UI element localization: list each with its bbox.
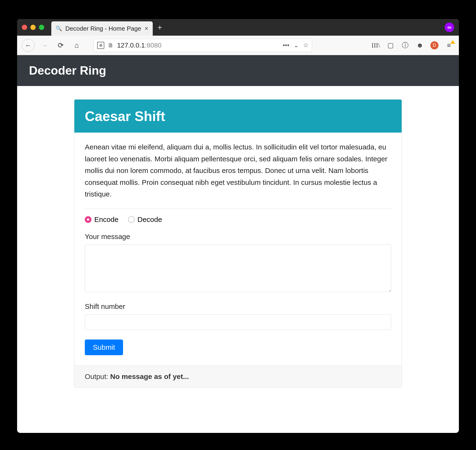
toolbar: ← → ⟳ ⌂ ⊘ 🗎 127.0.0.1:8080 ••• ⌄ ☆ III\ … bbox=[17, 36, 459, 55]
card-header: Caesar Shift bbox=[74, 100, 402, 133]
message-input[interactable] bbox=[85, 244, 391, 292]
back-button[interactable]: ← bbox=[22, 39, 35, 52]
page-info-icon[interactable]: 🗎 bbox=[107, 42, 114, 49]
encode-radio[interactable]: Encode bbox=[85, 215, 118, 224]
duckduckgo-icon[interactable]: D bbox=[430, 41, 438, 49]
encode-label: Encode bbox=[94, 215, 118, 224]
forward-button[interactable]: → bbox=[38, 39, 51, 52]
close-tab-button[interactable]: × bbox=[144, 25, 148, 32]
main-container: Caesar Shift Aenean vitae mi eleifend, a… bbox=[69, 99, 407, 397]
radio-unchecked-icon bbox=[128, 216, 135, 223]
mask-extension-icon[interactable]: ∞ bbox=[445, 23, 454, 32]
library-icon[interactable]: III\ bbox=[371, 41, 380, 49]
window-controls bbox=[22, 25, 44, 30]
maximize-window-button[interactable] bbox=[39, 25, 44, 30]
browser-window: 🔍 Decoder Ring - Home Page × + ∞ ← → ⟳ ⌂… bbox=[17, 19, 459, 433]
brand-title: Decoder Ring bbox=[29, 64, 447, 77]
browser-tab[interactable]: 🔍 Decoder Ring - Home Page × bbox=[51, 21, 153, 36]
output-label: Output: bbox=[85, 373, 110, 380]
mode-radio-group: Encode Decode bbox=[85, 215, 391, 224]
page-viewport[interactable]: Decoder Ring Caesar Shift Aenean vitae m… bbox=[17, 55, 459, 433]
message-group: Your message bbox=[85, 233, 391, 293]
address-bar[interactable]: ⊘ 🗎 127.0.0.1:8080 ••• ⌄ ☆ bbox=[94, 39, 312, 52]
titlebar: 🔍 Decoder Ring - Home Page × + ∞ bbox=[17, 19, 459, 36]
bookmark-star-icon[interactable]: ☆ bbox=[303, 41, 309, 49]
toolbar-right: III\ ▢ ⓘ ☻ D ≡ bbox=[371, 41, 454, 50]
shift-input[interactable] bbox=[85, 314, 391, 330]
minimize-window-button[interactable] bbox=[30, 25, 36, 30]
tab-title: Decoder Ring - Home Page bbox=[65, 25, 141, 32]
app-navbar: Decoder Ring bbox=[17, 55, 459, 86]
card-footer: Output: No message as of yet... bbox=[74, 366, 402, 387]
account-icon[interactable]: ☻ bbox=[416, 41, 424, 49]
output-value: No message as of yet... bbox=[110, 373, 189, 380]
shield-icon[interactable]: ⊘ bbox=[97, 42, 104, 49]
reload-button[interactable]: ⟳ bbox=[54, 39, 67, 52]
card-body: Aenean vitae mi eleifend, aliquam dui a,… bbox=[74, 133, 402, 366]
radio-checked-icon bbox=[85, 216, 91, 223]
card-description: Aenean vitae mi eleifend, aliquam dui a,… bbox=[85, 141, 391, 200]
urlbar-actions: ••• ⌄ ☆ bbox=[283, 41, 309, 49]
magnifier-icon: 🔍 bbox=[56, 25, 62, 32]
home-button[interactable]: ⌂ bbox=[70, 39, 83, 52]
reader-icon[interactable]: ▢ bbox=[386, 41, 395, 49]
decode-radio[interactable]: Decode bbox=[128, 215, 162, 224]
url-port: :8080 bbox=[145, 41, 162, 49]
shift-group: Shift number bbox=[85, 302, 391, 330]
new-tab-button[interactable]: + bbox=[155, 22, 165, 33]
url-host: 127.0.0.1 bbox=[117, 41, 145, 49]
pocket-icon[interactable]: ⌄ bbox=[294, 41, 299, 49]
decode-label: Decode bbox=[138, 215, 162, 224]
url-text: 127.0.0.1:8080 bbox=[117, 41, 280, 49]
info-icon[interactable]: ⓘ bbox=[401, 41, 410, 50]
submit-button[interactable]: Submit bbox=[85, 339, 123, 355]
more-icon[interactable]: ••• bbox=[283, 41, 289, 49]
close-window-button[interactable] bbox=[22, 25, 27, 30]
message-label: Your message bbox=[85, 233, 391, 241]
caesar-card: Caesar Shift Aenean vitae mi eleifend, a… bbox=[74, 99, 402, 387]
menu-icon[interactable]: ≡ bbox=[445, 41, 453, 49]
card-title: Caesar Shift bbox=[85, 108, 391, 124]
shift-label: Shift number bbox=[85, 302, 391, 311]
divider bbox=[85, 209, 391, 209]
